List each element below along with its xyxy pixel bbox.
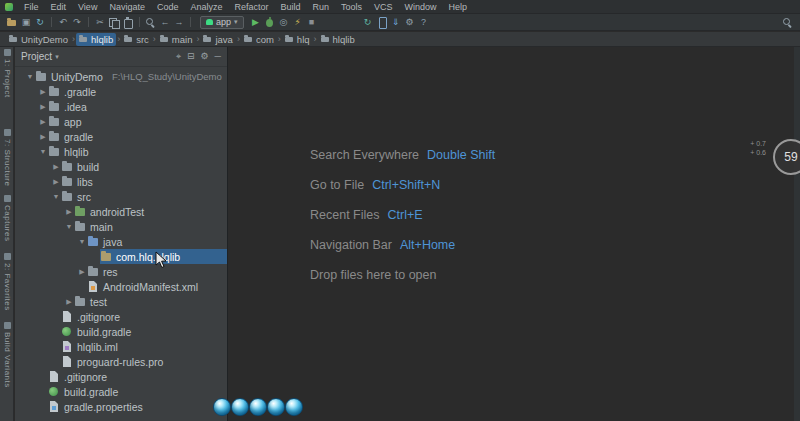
- tree-item[interactable]: ▶test: [15, 294, 227, 309]
- gradle-sync-icon[interactable]: ↻: [361, 16, 375, 29]
- tree-item-label: main: [90, 221, 113, 233]
- tree-expand-arrow[interactable]: ▶: [64, 208, 74, 216]
- menubar-item-tools[interactable]: Tools: [335, 2, 368, 12]
- toolbar-separator: [88, 17, 89, 27]
- iml-file-icon: [61, 341, 73, 352]
- project-header: Project ▾ ⌖⊟⚙─: [15, 47, 227, 67]
- menubar-item-file[interactable]: File: [18, 2, 45, 12]
- locate-icon[interactable]: ⌖: [176, 51, 181, 62]
- tree-item[interactable]: ▶androidTest: [15, 204, 227, 219]
- menubar-item-navigate[interactable]: Navigate: [103, 2, 151, 12]
- settings-icon[interactable]: ⚙: [201, 51, 209, 62]
- run-config-dropdown[interactable]: app▾: [200, 16, 244, 29]
- sdk-manager-icon[interactable]: ⇓: [389, 16, 403, 29]
- tree-item[interactable]: ▶build: [15, 159, 227, 174]
- tree-item[interactable]: ▼src: [15, 189, 227, 204]
- sync-icon[interactable]: ↻: [33, 16, 47, 29]
- menubar-item-view[interactable]: View: [72, 2, 103, 12]
- tool-window-button-2-favorites[interactable]: 2: Favorites: [0, 253, 14, 311]
- tree-expand-arrow[interactable]: ▶: [64, 298, 74, 306]
- tool-window-button-1-project[interactable]: 1: Project: [0, 49, 14, 98]
- tree-expand-arrow[interactable]: ▶: [38, 103, 48, 111]
- debug-icon[interactable]: [263, 16, 277, 29]
- settings-icon[interactable]: ⚙: [403, 16, 417, 29]
- tree-item[interactable]: ▶.gradle: [15, 84, 227, 99]
- tool-window-button-7-structure[interactable]: 7: Structure: [0, 129, 14, 186]
- tree-item[interactable]: com.hlq.hlqlib: [15, 249, 227, 264]
- tree-expand-arrow[interactable]: ▼: [64, 223, 74, 230]
- tree-item[interactable]: AndroidManifest.xml: [15, 279, 227, 294]
- collapse-all-icon[interactable]: ⊟: [187, 51, 195, 62]
- menubar-item-vcs[interactable]: VCS: [368, 2, 399, 12]
- menubar-item-code[interactable]: Code: [151, 2, 185, 12]
- tree-item[interactable]: ▶res: [15, 264, 227, 279]
- tool-window-icon: [4, 195, 11, 202]
- tree-item[interactable]: .gitignore: [15, 309, 227, 324]
- tree-item[interactable]: ▶gradle: [15, 129, 227, 144]
- menubar-item-help[interactable]: Help: [443, 2, 474, 12]
- avd-manager-icon[interactable]: [375, 16, 389, 29]
- help-icon[interactable]: ?: [417, 16, 431, 29]
- menubar-item-analyze[interactable]: Analyze: [184, 2, 228, 12]
- menubar-item-build[interactable]: Build: [274, 2, 306, 12]
- tree-item[interactable]: ▶libs: [15, 174, 227, 189]
- find-icon[interactable]: [144, 16, 158, 29]
- breadcrumb-item[interactable]: hlqlib: [318, 33, 358, 46]
- coverage-icon[interactable]: ◎: [277, 16, 291, 29]
- tree-item[interactable]: ▼UnityDemoF:\HLQ_Study\UnityDemo: [15, 69, 227, 84]
- tree-expand-arrow[interactable]: ▼: [77, 238, 87, 245]
- tree-expand-arrow[interactable]: ▶: [38, 133, 48, 141]
- hide-icon[interactable]: ─: [215, 51, 221, 62]
- redo-icon[interactable]: ↷: [70, 16, 84, 29]
- paste-icon[interactable]: [121, 16, 135, 29]
- breadcrumb-item[interactable]: main: [157, 33, 196, 46]
- tree-expand-arrow[interactable]: ▶: [51, 163, 61, 171]
- tree-item[interactable]: proguard-rules.pro: [15, 354, 227, 369]
- menubar-item-edit[interactable]: Edit: [45, 2, 73, 12]
- editor-scrollbar[interactable]: [794, 47, 800, 421]
- tree-item[interactable]: build.gradle: [15, 324, 227, 339]
- tree-expand-arrow[interactable]: ▶: [38, 88, 48, 96]
- copy-icon[interactable]: [107, 16, 121, 29]
- run-icon[interactable]: ▶: [249, 16, 263, 29]
- tree-expand-arrow[interactable]: ▶: [51, 178, 61, 186]
- tree-item[interactable]: hlqlib.iml: [15, 339, 227, 354]
- tree-item[interactable]: ▼main: [15, 219, 227, 234]
- back-icon[interactable]: ←: [158, 16, 172, 29]
- breadcrumb-item[interactable]: src: [121, 33, 152, 46]
- tree-item[interactable]: .gitignore: [15, 369, 227, 384]
- open-icon[interactable]: [5, 16, 19, 29]
- tree-expand-arrow[interactable]: ▶: [38, 118, 48, 126]
- tree-expand-arrow[interactable]: ▼: [38, 148, 48, 155]
- menubar-item-run[interactable]: Run: [307, 2, 336, 12]
- tree-item[interactable]: ▶app: [15, 114, 227, 129]
- save-icon[interactable]: ▣: [19, 16, 33, 29]
- breadcrumb-item[interactable]: UnityDemo: [6, 33, 71, 46]
- menubar-item-refactor[interactable]: Refactor: [228, 2, 274, 12]
- breadcrumb-item[interactable]: hlq: [282, 33, 313, 46]
- stop-icon[interactable]: ■: [305, 16, 319, 29]
- tree-expand-arrow[interactable]: ▼: [25, 73, 35, 80]
- tree-item[interactable]: build.gradle: [15, 384, 227, 399]
- tree-expand-arrow[interactable]: ▶: [77, 268, 87, 276]
- tree-item[interactable]: gradle.properties: [15, 399, 227, 414]
- attach-icon[interactable]: ⚡: [291, 16, 305, 29]
- loading-sphere: [249, 398, 267, 416]
- search-icon[interactable]: [781, 16, 795, 29]
- folder-icon: [9, 35, 18, 43]
- tree-item-label: hlqlib: [64, 146, 89, 158]
- tree-item[interactable]: ▼java: [15, 234, 227, 249]
- tree-expand-arrow[interactable]: ▼: [51, 193, 61, 200]
- breadcrumb-item[interactable]: java: [200, 33, 235, 46]
- breadcrumb-item[interactable]: hlqlib: [76, 33, 116, 46]
- menubar-item-window[interactable]: Window: [399, 2, 443, 12]
- project-view-dropdown[interactable]: Project ▾: [21, 51, 59, 62]
- breadcrumb-item[interactable]: com: [241, 33, 277, 46]
- tool-window-button-build-variants[interactable]: Build Variants: [0, 322, 14, 388]
- undo-icon[interactable]: ↶: [56, 16, 70, 29]
- cut-icon[interactable]: ✂: [93, 16, 107, 29]
- forward-icon[interactable]: →: [172, 16, 186, 29]
- tool-window-button-captures[interactable]: Captures: [0, 195, 14, 241]
- tree-item[interactable]: ▶.idea: [15, 99, 227, 114]
- tree-item[interactable]: ▼hlqlib: [15, 144, 227, 159]
